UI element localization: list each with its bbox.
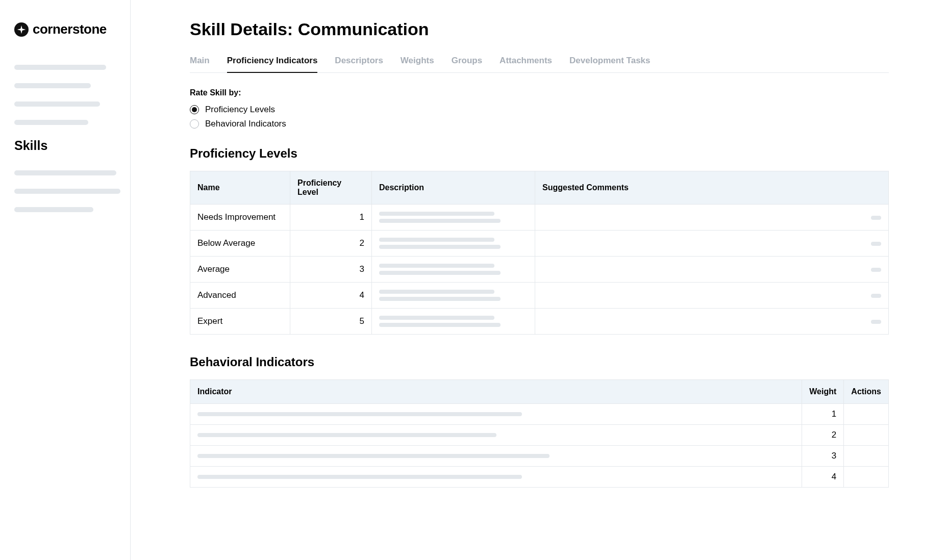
brand-logo-icon [14,22,29,37]
cell-actions [844,446,889,467]
cell-name: Advanced [190,283,290,309]
tab-weights[interactable]: Weights [401,56,434,73]
column-header-suggested-comments: Suggested Comments [535,171,889,205]
column-header-actions: Actions [844,380,889,404]
table-row: Advanced 4 [190,283,889,309]
nav-item-placeholder [14,207,93,212]
cell-level: 5 [290,309,372,335]
nav-item-placeholder [14,101,100,107]
proficiency-levels-table: Name Proficiency Level Description Sugge… [190,171,889,335]
tab-main[interactable]: Main [190,56,210,73]
brand-name: cornerstone [33,21,107,37]
table-row: 2 [190,425,889,446]
cell-actions [844,467,889,488]
cell-level: 3 [290,257,372,283]
tabs: Main Proficiency Indicators Descriptors … [190,56,889,73]
cell-weight: 3 [802,446,844,467]
cell-weight: 4 [802,467,844,488]
table-row: Expert 5 [190,309,889,335]
nav-item-placeholder [14,65,106,70]
proficiency-levels-heading: Proficiency Levels [190,146,889,161]
cell-suggested [535,283,889,309]
rate-skill-by-label: Rate Skill by: [190,88,889,97]
table-row: Average 3 [190,257,889,283]
cell-suggested [535,231,889,257]
cell-level: 4 [290,283,372,309]
behavioral-indicators-table: Indicator Weight Actions 1 2 [190,379,889,488]
rate-skill-radio-group: Proficiency Levels Behavioral Indicators [190,105,889,129]
nav-item-placeholder [14,170,116,175]
table-row: Needs Improvement 1 [190,205,889,231]
brand-logo: cornerstone [14,21,116,37]
behavioral-indicators-heading: Behavioral Indicators [190,355,889,369]
radio-proficiency-levels[interactable]: Proficiency Levels [190,105,889,115]
table-row: 3 [190,446,889,467]
cell-description [372,283,535,309]
cell-level: 1 [290,205,372,231]
cell-description [372,257,535,283]
cell-description [372,231,535,257]
cell-weight: 1 [802,404,844,425]
cell-name: Below Average [190,231,290,257]
cell-name: Expert [190,309,290,335]
radio-behavioral-indicators[interactable]: Behavioral Indicators [190,119,889,129]
column-header-level: Proficiency Level [290,171,372,205]
cell-actions [844,404,889,425]
sidebar: cornerstone Skills [0,0,131,560]
main-content: Skill Details: Communication Main Profic… [131,0,948,560]
cell-description [372,309,535,335]
cell-description [372,205,535,231]
cell-weight: 2 [802,425,844,446]
cell-actions [844,425,889,446]
cell-suggested [535,309,889,335]
nav-item-placeholder [14,120,88,125]
cell-indicator [190,404,802,425]
radio-label: Proficiency Levels [205,105,275,115]
radio-label: Behavioral Indicators [205,119,286,129]
page-title-prefix: Skill Details: [190,19,298,39]
cell-name: Needs Improvement [190,205,290,231]
tab-descriptors[interactable]: Descriptors [335,56,383,73]
cell-indicator [190,446,802,467]
column-header-description: Description [372,171,535,205]
tab-development-tasks[interactable]: Development Tasks [569,56,650,73]
tab-attachments[interactable]: Attachments [500,56,552,73]
cell-name: Average [190,257,290,283]
radio-icon [190,119,199,129]
sidebar-section-skills[interactable]: Skills [14,138,116,153]
table-row: 1 [190,404,889,425]
tab-groups[interactable]: Groups [452,56,482,73]
cell-level: 2 [290,231,372,257]
column-header-indicator: Indicator [190,380,802,404]
table-row: 4 [190,467,889,488]
page-title-value: Communication [298,19,429,39]
table-row: Below Average 2 [190,231,889,257]
cell-indicator [190,425,802,446]
tab-proficiency-indicators[interactable]: Proficiency Indicators [227,56,318,73]
page-title: Skill Details: Communication [190,19,889,39]
cell-indicator [190,467,802,488]
radio-icon [190,105,199,114]
cell-suggested [535,257,889,283]
cell-suggested [535,205,889,231]
nav-item-placeholder [14,189,120,194]
column-header-name: Name [190,171,290,205]
column-header-weight: Weight [802,380,844,404]
nav-item-placeholder [14,83,91,88]
